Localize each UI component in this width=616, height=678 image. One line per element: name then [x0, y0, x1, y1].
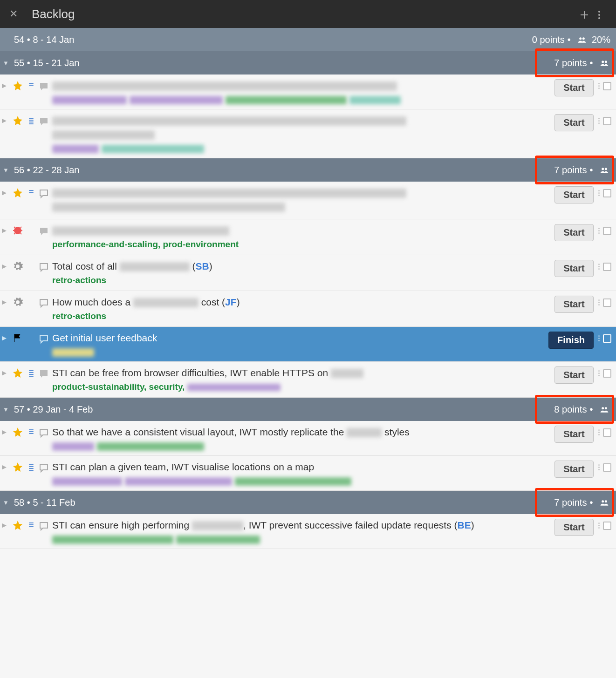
start-button[interactable]: Start [554, 519, 594, 536]
expand-caret-icon[interactable]: ▶ [2, 426, 8, 435]
iteration-label: 57 • 29 Jan - 4 Feb [14, 404, 554, 415]
story-body: How much does a cost (JF) retro-actions [52, 296, 552, 322]
drag-handle[interactable] [596, 461, 600, 470]
story-row[interactable]: ▶ performance-and-scaling, prod-environm… [0, 219, 616, 255]
start-button[interactable]: Start [554, 296, 594, 313]
estimate-indicator [27, 519, 35, 527]
start-button[interactable]: Start [554, 426, 594, 443]
iteration-points: 7 points• [554, 58, 610, 68]
iteration-header-54[interactable]: 54 • 8 - 14 Jan 0 points• 20% [0, 28, 616, 51]
expand-caret-icon[interactable]: ▶ [2, 186, 8, 196]
expand-caret-icon[interactable]: ▶ [2, 366, 8, 376]
expand-caret-icon[interactable]: ▶ [2, 260, 8, 270]
story-row[interactable]: ▶ Start [0, 182, 616, 219]
story-row-selected[interactable]: ▶ Get initial user feedback Finish [0, 327, 616, 362]
comment-icon[interactable] [38, 332, 49, 345]
story-labels [52, 96, 549, 104]
add-story-button[interactable] [577, 7, 592, 20]
owner-initials: SB [196, 261, 209, 271]
select-checkbox[interactable] [603, 463, 611, 472]
story-row[interactable]: ▶ Total cost of all (SB) retro-actions S… [0, 255, 616, 291]
story-row[interactable]: ▶ STI can be free from browser difficult… [0, 362, 616, 398]
story-title [52, 79, 549, 92]
start-button[interactable]: Start [554, 224, 594, 241]
estimate-indicator [27, 224, 35, 228]
drag-handle[interactable] [596, 332, 600, 341]
more-menu-icon[interactable] [592, 7, 607, 20]
story-labels [52, 348, 543, 357]
expand-caret-icon[interactable]: ▶ [2, 296, 8, 305]
comment-icon[interactable] [38, 461, 49, 474]
start-button[interactable]: Start [554, 461, 594, 478]
select-checkbox[interactable] [603, 227, 611, 235]
iteration-header-55[interactable]: ▼ 55 • 15 - 21 Jan 7 points• [0, 51, 616, 75]
comment-icon[interactable] [38, 224, 49, 237]
comment-icon[interactable] [38, 260, 49, 273]
select-checkbox[interactable] [603, 263, 611, 271]
story-body: Total cost of all (SB) retro-actions [52, 260, 552, 286]
expand-caret-icon[interactable]: ▶ [2, 79, 8, 89]
finish-button[interactable]: Finish [548, 332, 594, 349]
comment-icon[interactable] [38, 79, 49, 92]
owner-initials: JF [225, 297, 237, 307]
expand-caret-icon[interactable]: ▶ [2, 332, 8, 341]
bug-icon [11, 224, 24, 236]
story-body [52, 186, 552, 214]
comment-icon[interactable] [38, 519, 49, 532]
story-title: How much does a cost (JF) [52, 296, 549, 309]
estimate-indicator [27, 186, 35, 193]
drag-handle[interactable] [596, 79, 600, 89]
story-title: STI can be free from browser difficultie… [52, 366, 549, 380]
close-icon[interactable]: ✕ [9, 8, 18, 20]
story-row[interactable]: ▶ So that we have a consistent visual la… [0, 421, 616, 456]
story-row[interactable]: ▶ How much does a cost (JF) retro-action… [0, 291, 616, 327]
story-body: So that we have a consistent visual layo… [52, 426, 552, 451]
people-icon [598, 59, 610, 68]
iteration-header-58[interactable]: ▼ 58 • 5 - 11 Feb 7 points• [0, 491, 616, 514]
iteration-header-56[interactable]: ▼ 56 • 22 - 28 Jan 7 points• [0, 158, 616, 182]
comment-icon[interactable] [38, 426, 49, 439]
expand-caret-icon[interactable]: ▶ [2, 114, 8, 124]
start-button[interactable]: Start [554, 186, 594, 203]
drag-handle[interactable] [596, 114, 600, 124]
comment-icon[interactable] [38, 296, 49, 309]
select-checkbox[interactable] [603, 522, 611, 530]
story-body: STI can be free from browser difficultie… [52, 366, 552, 393]
select-checkbox[interactable] [603, 334, 611, 343]
drag-handle[interactable] [596, 224, 600, 234]
select-checkbox[interactable] [603, 189, 611, 197]
story-title [52, 114, 549, 127]
expand-caret-icon[interactable]: ▶ [2, 461, 8, 470]
comment-icon[interactable] [38, 366, 49, 380]
drag-handle[interactable] [596, 426, 600, 435]
story-row[interactable]: ▶ STI can ensure high performing , IWT p… [0, 514, 616, 549]
story-row[interactable]: ▶ Start [0, 109, 616, 158]
start-button[interactable]: Start [554, 366, 594, 384]
comment-icon[interactable] [38, 114, 49, 127]
select-checkbox[interactable] [603, 82, 611, 90]
expand-caret-icon[interactable]: ▶ [2, 519, 8, 529]
story-row[interactable]: ▶ STI can plan a given team, IWT visuali… [0, 456, 616, 491]
start-button[interactable]: Start [554, 260, 594, 277]
drag-handle[interactable] [596, 260, 600, 270]
select-checkbox[interactable] [603, 428, 611, 437]
select-checkbox[interactable] [603, 117, 611, 125]
story-title: Get initial user feedback [52, 332, 543, 345]
drag-handle[interactable] [596, 366, 600, 376]
iteration-header-57[interactable]: ▼ 57 • 29 Jan - 4 Feb 8 points• [0, 398, 616, 421]
drag-handle[interactable] [596, 519, 600, 529]
expand-caret-icon[interactable]: ▶ [2, 224, 8, 234]
select-checkbox[interactable] [603, 369, 611, 378]
story-row[interactable]: ▶ Start [0, 75, 616, 109]
start-button[interactable]: Start [554, 114, 594, 131]
chevron-down-icon: ▼ [3, 406, 11, 413]
chore-icon [11, 260, 24, 272]
estimate-indicator [27, 426, 35, 434]
comment-icon[interactable] [38, 186, 49, 199]
drag-handle[interactable] [596, 296, 600, 305]
select-checkbox[interactable] [603, 298, 611, 307]
drag-handle[interactable] [596, 186, 600, 196]
start-button[interactable]: Start [554, 79, 594, 96]
story-body: performance-and-scaling, prod-environmen… [52, 224, 552, 250]
iteration-points: 7 points• [554, 497, 610, 508]
